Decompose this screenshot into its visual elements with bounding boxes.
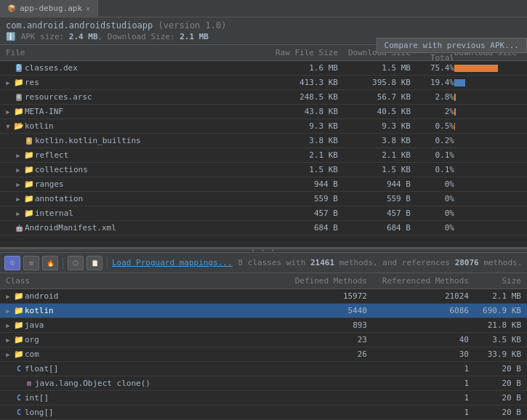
bcol-class-header: Class: [0, 276, 273, 286]
toggle-spacer: [13, 136, 23, 146]
refs-label: methods.: [483, 258, 522, 267]
filename: reflect: [35, 150, 68, 160]
tab-close-button[interactable]: ✕: [86, 4, 90, 12]
pct: 0.5%: [411, 121, 454, 131]
toggle-spacer: [3, 63, 13, 73]
defined-methods: 15972: [273, 291, 367, 301]
load-proguard-button[interactable]: Load Proguard mappings...: [112, 258, 233, 267]
classname: org: [25, 335, 39, 344]
table-row[interactable]: ▶ 📁 annotation 559 B 559 B 0%: [0, 192, 527, 206]
dl-size: 2.1 KB: [338, 150, 411, 160]
filename: ranges: [35, 179, 64, 189]
size-bar: [454, 152, 527, 159]
compare-button[interactable]: Compare with previous APK...: [377, 38, 527, 53]
folder-icon: 📁: [13, 350, 25, 360]
folder-toggle[interactable]: ▶: [13, 150, 23, 161]
folder-toggle[interactable]: ▶: [3, 107, 13, 117]
list-item[interactable]: m java.lang.Object clone() 1 20 B: [0, 376, 527, 391]
bottom-table-header: Class Defined Methods Referenced Methods…: [0, 273, 527, 289]
pct: 75.4%: [411, 63, 454, 73]
toolbar-button-4[interactable]: ⬡: [68, 256, 84, 270]
size-bar: [454, 210, 527, 217]
pct: 0.1%: [411, 165, 454, 174]
toolbar-button-3[interactable]: 🔥: [42, 256, 58, 270]
folder-toggle[interactable]: ▶: [13, 209, 23, 219]
classname: java.lang.Object clone(): [35, 379, 150, 388]
table-row[interactable]: R resources.arsc 248.5 KB 56.7 KB 2.8%: [0, 90, 527, 105]
folder-toggle[interactable]: ▶: [3, 291, 13, 302]
table-row[interactable]: ▶ 📁 reflect 2.1 KB 2.1 KB 0.1%: [0, 148, 527, 163]
header-wrapper: com.android.androidstudioapp (version 1.…: [0, 17, 527, 45]
list-item[interactable]: C long[] 1 20 B: [0, 405, 527, 420]
filename: classes.dex: [25, 63, 78, 73]
pct: 0.2%: [411, 136, 454, 145]
list-item[interactable]: C int[] 1 20 B: [0, 391, 527, 405]
table-row[interactable]: ▶ 📁 ranges 944 B 944 B 0%: [0, 177, 527, 192]
size-bar: [454, 108, 527, 116]
table-row[interactable]: ▶ 📁 internal 457 B 457 B 0%: [0, 206, 527, 221]
raw-size: 559 B: [265, 194, 338, 203]
list-item[interactable]: ▶ 📁 android 15972 21024 2.1 MB: [0, 289, 527, 304]
filename: annotation: [35, 194, 83, 203]
filename: kotlin: [25, 121, 54, 131]
download-size-label: Download Size:: [108, 32, 175, 41]
method-icon: m: [23, 379, 35, 389]
folder-toggle[interactable]: ▶: [3, 320, 13, 331]
table-row[interactable]: D classes.dex 1.6 MB 1.5 MB 75.4%: [0, 61, 527, 76]
toggle-spacer: [3, 223, 13, 233]
raw-size: 413.3 KB: [265, 78, 338, 87]
dl-size: 56.7 KB: [338, 92, 411, 102]
bcol-ref-header: Referenced Methods: [367, 276, 469, 286]
filename: kotlin.kotlin_builtins: [35, 136, 141, 145]
toolbar-button-1[interactable]: ①: [4, 256, 20, 270]
stats-text: 8 classes with 21461 methods, and refere…: [238, 258, 523, 267]
apk-size-label: APK size:: [21, 32, 65, 41]
folder-toggle[interactable]: ▶: [13, 165, 23, 175]
class-icon: C: [13, 408, 25, 418]
refs-count: 28076: [455, 258, 479, 267]
table-row[interactable]: ▶ 📁 collections 1.5 KB 1.5 KB 0.1%: [0, 163, 527, 177]
folder-toggle[interactable]: ▶: [13, 179, 23, 190]
toolbar-button-5[interactable]: 📋: [87, 256, 102, 270]
list-item[interactable]: C float[] 1 20 B: [0, 362, 527, 376]
toggle-spacer: [3, 408, 13, 418]
folder-toggle[interactable]: ▼: [3, 121, 13, 132]
list-item[interactable]: ▶ 📁 java 893 21.8 KB: [0, 318, 527, 333]
table-row[interactable]: ▶ 📁 META-INF 43.8 KB 40.5 KB 2%: [0, 105, 527, 119]
apk-tab[interactable]: 📦 app-debug.apk ✕: [0, 0, 98, 17]
size-bar: [454, 65, 527, 72]
folder-icon: 📁: [13, 291, 25, 302]
raw-size: 248.5 KB: [265, 92, 338, 102]
pct: 0%: [411, 209, 454, 218]
raw-size: 684 B: [265, 223, 338, 233]
classname: kotlin: [25, 306, 54, 315]
defined-methods: 23: [273, 335, 367, 344]
toolbar-button-2[interactable]: m: [23, 256, 39, 270]
list-item[interactable]: ▶ 📁 org 23 40 3.5 KB: [0, 333, 527, 347]
folder-icon: 📁: [23, 150, 35, 161]
pct: 0%: [411, 194, 454, 203]
list-item[interactable]: ▶ 📁 com 26 30 33.9 KB: [0, 347, 527, 362]
folder-toggle[interactable]: ▶: [3, 78, 13, 88]
folder-icon: 📁: [13, 320, 25, 331]
pct: 2%: [411, 107, 454, 116]
dl-size: 9.3 KB: [338, 121, 411, 131]
toolbar-btn5-icon: 📋: [91, 259, 99, 267]
package-version: (version 1.0): [158, 20, 227, 31]
table-row[interactable]: ▼ 📂 kotlin 9.3 KB 9.3 KB 0.5%: [0, 119, 527, 134]
folder-toggle[interactable]: ▶: [3, 335, 13, 345]
apk-files-table: File Raw File Size Download Size % of To…: [0, 45, 527, 249]
folder-toggle[interactable]: ▶: [3, 350, 13, 360]
list-item[interactable]: ▶ 📁 kotlin 5440 6086 690.9 KB: [0, 304, 527, 318]
folder-icon: 📁: [13, 78, 25, 88]
classname: android: [25, 291, 58, 301]
folder-toggle[interactable]: ▶: [3, 306, 13, 316]
table-row[interactable]: ▶ 📁 res 413.3 KB 395.8 KB 19.4%: [0, 76, 527, 90]
class-size: 21.8 KB: [469, 320, 527, 330]
classname: java: [25, 320, 44, 330]
size-bar: [454, 94, 527, 101]
bcol-def-header: Defined Methods: [273, 276, 367, 286]
folder-toggle[interactable]: ▶: [13, 194, 23, 204]
table-row[interactable]: 🤖 AndroidManifest.xml 684 B 684 B 0%: [0, 221, 527, 235]
table-row[interactable]: K kotlin.kotlin_builtins 3.8 KB 3.8 KB 0…: [0, 134, 527, 148]
